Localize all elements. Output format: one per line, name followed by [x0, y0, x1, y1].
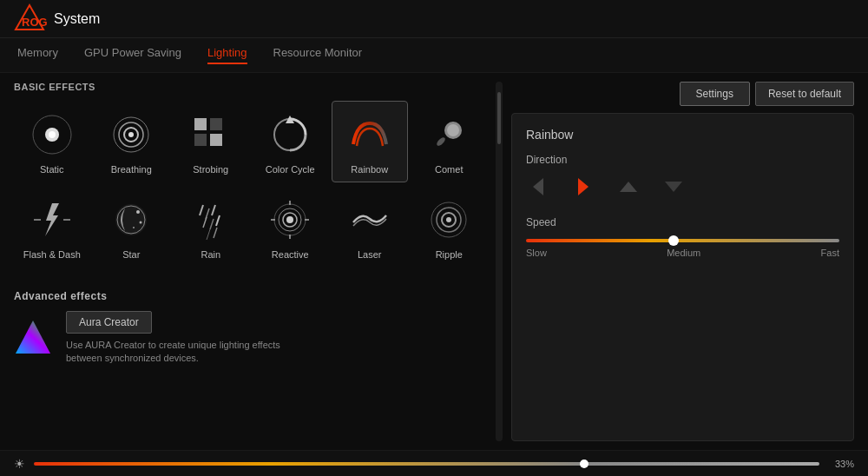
svg-line-28	[212, 205, 215, 215]
rain-icon	[185, 194, 237, 246]
effects-grid: Static Breathing	[14, 101, 487, 268]
speed-medium: Medium	[667, 248, 700, 258]
svg-point-34	[286, 216, 293, 223]
reactive-label: Reactive	[272, 249, 309, 260]
effect-rainbow[interactable]: Rainbow	[332, 101, 408, 182]
effect-reactive[interactable]: Reactive	[253, 186, 329, 268]
effect-strobing[interactable]: Strobing	[173, 101, 249, 182]
speed-thumb[interactable]	[668, 235, 679, 246]
bottom-bar: ☀ 33%	[0, 450, 868, 476]
aura-creator-button[interactable]: Aura Creator	[66, 311, 152, 334]
left-panel: BASIC EFFECTS Static	[14, 82, 487, 441]
effect-color-cycle[interactable]: Color Cycle	[253, 101, 329, 182]
svg-marker-48	[578, 178, 589, 195]
app-title: System	[54, 11, 100, 27]
rainbow-icon	[344, 109, 396, 161]
svg-point-25	[133, 227, 135, 228]
svg-line-30	[210, 219, 214, 229]
top-buttons: Settings Reset to default	[680, 82, 854, 106]
direction-left-button[interactable]	[526, 175, 550, 199]
brightness-percentage: 33%	[828, 459, 854, 469]
advanced-effects-title: Advanced effects	[14, 290, 487, 302]
svg-rect-20	[63, 219, 70, 221]
flash-dash-icon	[26, 194, 78, 246]
comet-icon	[423, 109, 475, 161]
header: ROG System	[0, 0, 868, 38]
direction-label: Direction	[526, 154, 839, 166]
brightness-thumb[interactable]	[580, 459, 589, 468]
aura-creator-info: Aura Creator Use AURA Creator to create …	[66, 311, 309, 366]
ripple-icon	[423, 194, 475, 246]
advanced-effects-section: Advanced effects Aura Creator Use AURA C…	[14, 283, 487, 366]
ripple-label: Ripple	[436, 249, 463, 260]
right-panel: Settings Reset to default Rainbow Direct…	[511, 82, 854, 441]
speed-label: Speed	[526, 216, 839, 228]
star-label: Star	[122, 249, 140, 260]
speed-track	[526, 239, 839, 242]
tab-memory[interactable]: Memory	[17, 46, 58, 64]
aura-creator-desc: Use AURA Creator to create unique lighti…	[66, 339, 309, 366]
rainbow-label: Rainbow	[351, 164, 388, 175]
effect-static[interactable]: Static	[14, 101, 90, 182]
reset-button[interactable]: Reset to default	[755, 82, 854, 106]
svg-line-33	[214, 228, 217, 238]
main-content: BASIC EFFECTS Static	[0, 73, 868, 450]
star-icon	[105, 194, 157, 246]
effect-flash-dash[interactable]: Flash & Dash	[14, 186, 90, 268]
effect-comet[interactable]: Comet	[411, 101, 488, 182]
basic-effects-title: BASIC EFFECTS	[14, 82, 487, 92]
comet-label: Comet	[435, 164, 463, 175]
svg-point-21	[115, 204, 147, 235]
strobing-label: Strobing	[193, 164, 228, 175]
brightness-slider[interactable]	[34, 462, 819, 466]
direction-right-button[interactable]	[571, 175, 595, 199]
svg-marker-46	[16, 321, 50, 354]
speed-slider[interactable]	[526, 239, 839, 242]
svg-line-26	[200, 205, 203, 215]
aura-triangle-icon	[14, 319, 52, 357]
static-label: Static	[40, 164, 64, 175]
svg-point-17	[436, 136, 447, 148]
svg-point-24	[140, 221, 142, 224]
strobing-icon	[185, 109, 237, 161]
svg-line-32	[207, 229, 210, 240]
breathing-label: Breathing	[111, 164, 152, 175]
brightness-icon: ☀	[14, 457, 25, 471]
aura-creator-row: Aura Creator Use AURA Creator to create …	[14, 311, 487, 366]
tab-gpu-power-saving[interactable]: GPU Power Saving	[84, 46, 181, 64]
rain-label: Rain	[201, 249, 220, 260]
direction-down-button[interactable]	[661, 175, 686, 199]
rainbow-panel-title: Rainbow	[526, 128, 839, 142]
svg-rect-12	[210, 134, 222, 146]
effect-laser[interactable]: Laser	[332, 186, 408, 268]
laser-label: Laser	[358, 249, 382, 260]
settings-button[interactable]: Settings	[680, 82, 750, 106]
svg-point-4	[49, 131, 56, 138]
effect-rain[interactable]: Rain	[173, 186, 249, 268]
svg-point-16	[447, 124, 459, 136]
tab-bar: Memory GPU Power Saving Lighting Resourc…	[0, 38, 868, 73]
effect-breathing[interactable]: Breathing	[94, 101, 170, 182]
svg-marker-47	[533, 178, 543, 195]
rainbow-panel: Rainbow Direction	[511, 113, 854, 441]
svg-marker-50	[665, 182, 682, 192]
tab-resource-monitor[interactable]: Resource Monitor	[273, 46, 363, 64]
reactive-icon	[264, 194, 316, 246]
svg-text:ROG: ROG	[22, 16, 48, 29]
effect-ripple[interactable]: Ripple	[411, 186, 488, 268]
scrollbar[interactable]	[496, 82, 503, 441]
color-cycle-icon	[264, 109, 316, 161]
speed-fast: Fast	[821, 248, 839, 258]
svg-marker-49	[620, 182, 637, 192]
direction-up-button[interactable]	[616, 175, 641, 199]
effect-star[interactable]: Star	[94, 186, 170, 268]
svg-line-31	[216, 215, 220, 226]
color-cycle-label: Color Cycle	[266, 164, 315, 175]
svg-rect-19	[34, 219, 41, 221]
svg-line-29	[203, 217, 207, 228]
svg-rect-10	[210, 118, 222, 130]
svg-point-45	[446, 217, 451, 222]
direction-arrows	[526, 175, 839, 199]
tab-lighting[interactable]: Lighting	[207, 46, 247, 64]
rog-logo-icon: ROG	[14, 3, 45, 35]
